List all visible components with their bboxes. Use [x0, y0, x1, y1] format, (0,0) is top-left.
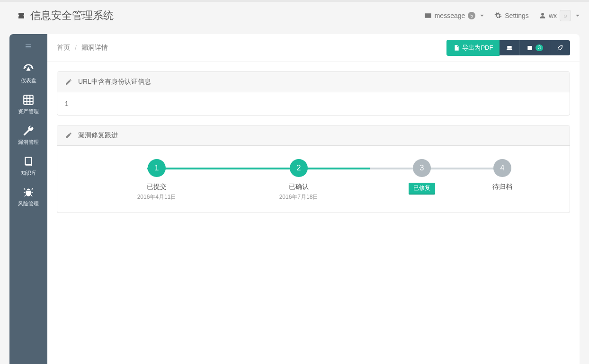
panel-fix-progress: 漏洞修复跟进 1 已提交 2016年4月11日 [57, 125, 570, 213]
sidebar-item-dashboard[interactable]: 仪表盘 [9, 58, 47, 89]
breadcrumb: 首页 / 漏洞详情 [57, 44, 108, 52]
step-label: 已提交 [147, 183, 167, 191]
panel-header: 漏洞修复跟进 [57, 125, 570, 146]
step-circle: 1 [148, 159, 166, 177]
dashboard-icon [21, 62, 36, 76]
step-label: 已确认 [289, 183, 309, 191]
sidebar-item-label: 仪表盘 [9, 77, 47, 84]
content-area: 首页 / 漏洞详情 导出为PDF 3 [47, 34, 580, 364]
username: wx [549, 12, 557, 19]
step-circle: 3 [413, 159, 431, 177]
menu-icon [25, 43, 32, 50]
avatar: ☺ [560, 10, 571, 21]
sidebar-item-vuln[interactable]: 漏洞管理 [9, 120, 47, 151]
messages-label: messeage [435, 12, 465, 19]
caret-down-icon [576, 15, 580, 17]
svg-point-0 [25, 67, 26, 68]
app-body: 仪表盘 资产管理 漏洞管理 知识库 风险管理 [0, 29, 589, 364]
panel-body: 1 [57, 92, 570, 115]
messages-count: 5 [468, 12, 475, 19]
sidebar-item-label: 资产管理 [9, 108, 47, 115]
top-actions: 导出为PDF 3 [446, 40, 570, 56]
grid-icon [21, 93, 36, 107]
sidebar-item-label: 知识库 [9, 169, 47, 177]
breadcrumb-home[interactable]: 首页 [57, 44, 70, 52]
menu-toggle-button[interactable] [25, 43, 32, 52]
sidebar-item-label: 风险管理 [9, 200, 47, 207]
user-icon [539, 12, 546, 19]
panel-title: 漏洞修复跟进 [78, 131, 118, 140]
step-date: 2016年4月11日 [137, 193, 177, 201]
app-brand: 信息安全管理系统 [17, 9, 114, 23]
sidebar: 仪表盘 资产管理 漏洞管理 知识库 风险管理 [9, 34, 47, 364]
laptop-icon [506, 44, 513, 51]
main-area: URL中含有身份认证信息 1 漏洞修复跟进 [47, 62, 580, 232]
app-title: 信息安全管理系统 [30, 9, 114, 23]
calendar-badge: 3 [535, 44, 543, 51]
svg-point-1 [31, 67, 32, 68]
user-menu[interactable]: wx ☺ [539, 10, 580, 21]
sidebar-item-kb[interactable]: 知识库 [9, 151, 47, 181]
sidebar-item-label: 漏洞管理 [9, 139, 47, 146]
sidebar-item-assets[interactable]: 资产管理 [9, 89, 47, 120]
step-circle: 4 [493, 159, 511, 177]
calendar-icon [527, 44, 533, 51]
step-date: 2016年7月18日 [279, 193, 319, 201]
app-header: 信息安全管理系统 messeage 5 Settings wx ☺ [0, 2, 589, 29]
content-topbar: 首页 / 漏洞详情 导出为PDF 3 [47, 34, 580, 62]
sidebar-item-risk[interactable]: 风险管理 [9, 181, 47, 212]
edit-icon [65, 132, 72, 139]
step-label: 待归档 [492, 183, 512, 191]
stepper: 1 已提交 2016年4月11日 2 已确认 2016年7月18日 3 已修复 [57, 146, 570, 213]
panel-url-auth: URL中含有身份认证信息 1 [57, 71, 570, 115]
svg-rect-4 [24, 95, 33, 105]
step-track: 1 已提交 2016年4月11日 2 已确认 2016年7月18日 3 已修复 [71, 159, 555, 201]
step-circle: 2 [290, 159, 308, 177]
bug-icon [21, 185, 36, 199]
settings-link[interactable]: Settings [494, 12, 529, 19]
ticket-icon [17, 11, 26, 20]
breadcrumb-sep: / [75, 44, 77, 52]
caret-down-icon [480, 15, 484, 17]
leaf-button[interactable] [550, 40, 570, 55]
panel-header: URL中含有身份认证信息 [57, 72, 570, 92]
panel-body-text: 1 [65, 100, 69, 107]
envelope-icon [424, 12, 432, 19]
export-pdf-button[interactable]: 导出为PDF [446, 40, 500, 56]
action-group: 3 [500, 40, 570, 55]
step-3: 3 已修复 [398, 159, 446, 194]
gear-icon [494, 12, 502, 19]
panel-title: URL中含有身份认证信息 [78, 78, 151, 86]
book-icon [21, 154, 36, 169]
leaf-icon [557, 44, 563, 51]
svg-point-3 [29, 65, 30, 66]
wrench-icon [21, 124, 36, 138]
svg-point-2 [26, 65, 27, 66]
laptop-button[interactable] [500, 40, 519, 55]
export-pdf-label: 导出为PDF [462, 44, 493, 52]
calendar-button[interactable]: 3 [519, 40, 550, 55]
messages-dropdown[interactable]: messeage 5 [424, 12, 484, 19]
step-badge-fixed[interactable]: 已修复 [409, 183, 435, 194]
header-actions: messeage 5 Settings wx ☺ [424, 10, 580, 21]
step-1: 1 已提交 2016年4月11日 [133, 159, 180, 201]
settings-label: Settings [505, 12, 529, 19]
step-2: 2 已确认 2016年7月18日 [275, 159, 322, 201]
edit-icon [65, 78, 72, 86]
step-4: 4 待归档 [479, 159, 526, 193]
breadcrumb-current: 漏洞详情 [81, 44, 108, 52]
file-icon [453, 44, 460, 51]
